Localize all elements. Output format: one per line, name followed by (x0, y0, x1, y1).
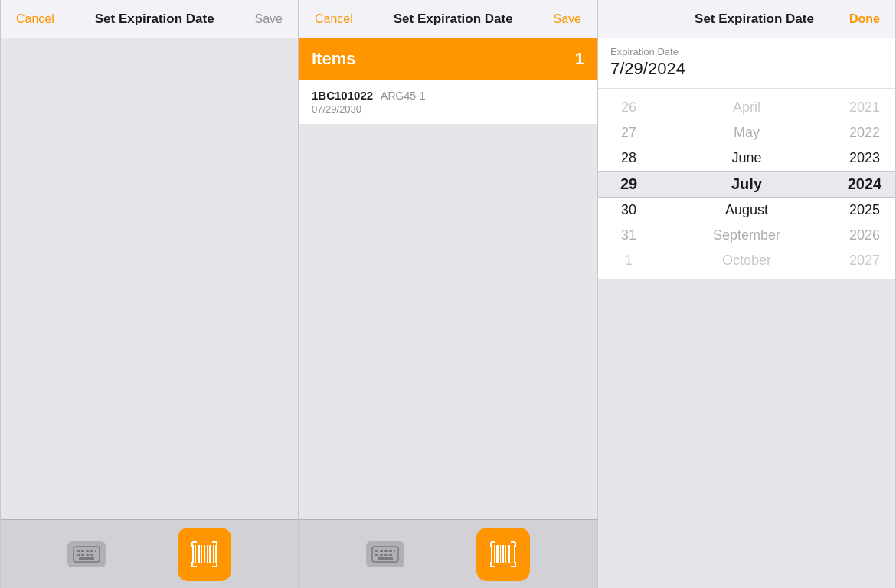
svg-rect-11 (192, 545, 194, 564)
items-header: Items 1 (299, 38, 597, 80)
svg-rect-19 (215, 545, 217, 564)
dp-day: 28 (598, 150, 659, 166)
date-picker-row[interactable]: 1 October 2027 (598, 248, 895, 273)
svg-rect-16 (207, 545, 208, 564)
dp-year: 2026 (834, 227, 895, 243)
navbar-2: Cancel Set Expiration Date Save (299, 0, 597, 38)
svg-rect-26 (375, 554, 378, 556)
svg-rect-23 (384, 550, 388, 552)
keyboard-button-1[interactable] (67, 541, 106, 567)
svg-rect-5 (95, 550, 96, 552)
date-picker-row[interactable]: 31 September 2026 (598, 223, 895, 248)
items-label: Items (312, 49, 355, 69)
items-count: 1 (575, 49, 584, 69)
barcode-button-1[interactable] (178, 528, 231, 581)
svg-rect-6 (77, 554, 80, 556)
panel-1: Cancel Set Expiration Date Save (0, 0, 299, 588)
svg-rect-18 (213, 545, 214, 564)
date-picker-row[interactable]: 28 June 2023 (598, 145, 895, 171)
svg-rect-21 (375, 550, 378, 552)
svg-rect-37 (508, 545, 510, 564)
svg-rect-2 (81, 550, 84, 552)
svg-rect-3 (86, 550, 89, 552)
panel-2: Cancel Set Expiration Date Save Items 1 … (299, 0, 597, 588)
svg-rect-25 (394, 550, 395, 552)
svg-rect-34 (500, 545, 501, 564)
dp-month: July (659, 175, 834, 193)
done-button[interactable]: Done (849, 12, 880, 26)
bottom-toolbar-2 (299, 519, 597, 588)
svg-rect-31 (491, 545, 492, 564)
date-picker-row[interactable]: 30 August 2025 (598, 198, 895, 223)
svg-rect-7 (81, 554, 84, 556)
barcode-button-2[interactable] (476, 528, 530, 581)
svg-rect-29 (389, 554, 392, 556)
barcode-icon-1 (188, 537, 221, 571)
item-row[interactable]: 1BC101022 ARG45-1 07/29/2030 (299, 80, 597, 125)
navbar-title-1: Set Expiration Date (95, 11, 214, 27)
barcode-icon-2 (486, 537, 520, 571)
cancel-button-2[interactable]: Cancel (315, 12, 353, 26)
svg-rect-15 (204, 545, 205, 564)
expiration-value: 7/29/2024 (598, 59, 895, 89)
svg-rect-10 (79, 557, 94, 560)
svg-rect-36 (505, 545, 506, 564)
svg-rect-14 (201, 545, 202, 564)
dp-day: 1 (598, 253, 659, 269)
svg-rect-33 (496, 545, 499, 564)
dp-month: May (659, 125, 834, 141)
content-1 (1, 38, 298, 519)
navbar-1: Cancel Set Expiration Date Save (1, 0, 298, 38)
svg-rect-39 (514, 545, 515, 564)
svg-rect-9 (90, 554, 93, 556)
svg-rect-17 (209, 545, 211, 564)
svg-rect-1 (77, 550, 80, 552)
dp-month: June (659, 150, 834, 166)
dp-year: 2022 (834, 125, 895, 141)
date-picker-wheel[interactable]: 26 April 2021 27 May 2022 28 June 2023 2… (598, 89, 895, 279)
svg-rect-12 (195, 545, 196, 564)
dp-day: 31 (598, 227, 659, 243)
date-picker-row[interactable]: 29 July 2024 (598, 171, 895, 198)
date-picker-row[interactable]: 27 May 2022 (598, 120, 895, 145)
dp-year: 2023 (834, 150, 895, 166)
item-row-top: 1BC101022 ARG45-1 (312, 89, 584, 102)
panel3-empty (598, 279, 895, 588)
svg-rect-13 (198, 545, 200, 564)
item-code: 1BC101022 (312, 89, 373, 102)
dp-day: 27 (598, 125, 659, 141)
dp-year: 2024 (834, 175, 895, 193)
keyboard-icon-2 (371, 546, 399, 563)
svg-rect-8 (86, 554, 89, 556)
content-2: Items 1 1BC101022 ARG45-1 07/29/2030 (299, 38, 597, 519)
dp-year: 2027 (834, 253, 895, 269)
dp-month: April (659, 100, 834, 116)
dp-day: 29 (598, 175, 659, 193)
svg-rect-38 (512, 545, 512, 564)
svg-rect-4 (90, 550, 93, 552)
item-code-sub: ARG45-1 (381, 90, 425, 102)
save-button-1[interactable]: Save (255, 12, 283, 26)
dp-year: 2021 (834, 100, 895, 116)
svg-rect-27 (380, 554, 383, 556)
svg-rect-32 (494, 545, 495, 564)
svg-rect-22 (380, 550, 383, 552)
keyboard-icon-1 (73, 546, 100, 563)
bottom-toolbar-1 (1, 519, 298, 588)
dp-year: 2025 (834, 202, 895, 218)
panel-3: Set Expiration Date Done Expiration Date… (597, 0, 896, 588)
dp-month: August (659, 202, 834, 218)
save-button-2[interactable]: Save (554, 12, 581, 26)
keyboard-button-2[interactable] (366, 541, 404, 567)
svg-rect-30 (378, 557, 393, 560)
navbar-3: Set Expiration Date Done (598, 0, 895, 38)
dp-day: 26 (598, 100, 659, 116)
navbar-title-2: Set Expiration Date (394, 11, 513, 27)
dp-day: 30 (598, 202, 659, 218)
svg-rect-35 (502, 545, 504, 564)
item-date: 07/29/2030 (312, 103, 584, 115)
date-picker-row[interactable]: 26 April 2021 (598, 95, 895, 120)
cancel-button-1[interactable]: Cancel (16, 12, 54, 26)
date-picker-section: Expiration Date 7/29/2024 26 April 2021 … (598, 38, 895, 279)
svg-rect-24 (389, 550, 392, 552)
